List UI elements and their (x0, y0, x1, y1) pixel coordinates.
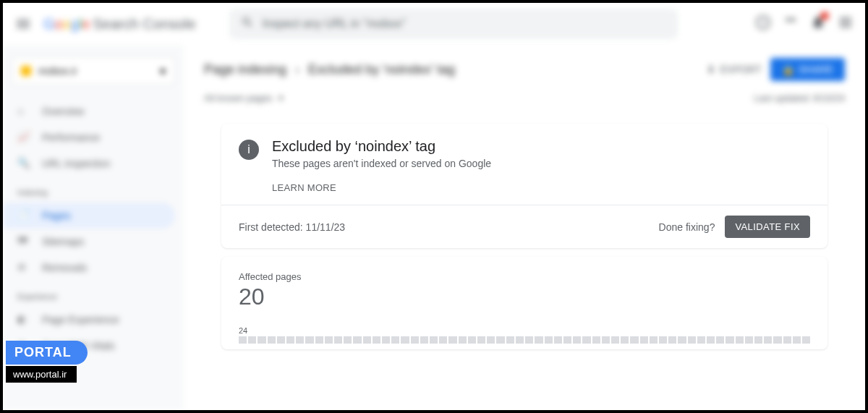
sidebar-item-pages[interactable]: 📄 Pages (3, 203, 175, 229)
sidebar-item-label: Page Experience (42, 314, 119, 325)
chart-bar (563, 336, 571, 344)
chart-bar (353, 336, 361, 344)
chart-bar (592, 336, 600, 344)
export-button[interactable]: ⬇ EXPORT (707, 64, 761, 75)
file-icon: 📄 (17, 209, 30, 222)
chart-bar (697, 336, 705, 344)
chart-bar (602, 336, 610, 344)
chart-bar (650, 336, 658, 344)
property-selector[interactable]: mobox.ir ▾ (12, 56, 175, 85)
watermark: PORTAL www.portal.ir (6, 341, 88, 383)
chart-bar (468, 336, 476, 344)
chart-bar (802, 336, 810, 344)
chart-bar (239, 336, 247, 344)
chart-bar (373, 336, 380, 344)
sidebar-item-overview[interactable]: ⌂ Overview (3, 98, 175, 124)
last-updated: Last updated: 8/10/24 (754, 93, 845, 103)
chart-bar (305, 336, 313, 344)
chart-bar (793, 336, 801, 344)
app-logo: Google Search Console (43, 16, 196, 33)
validate-fix-button[interactable]: VALIDATE FIX (725, 216, 810, 238)
sidebar-item-performance[interactable]: 📈 Performance (3, 124, 175, 150)
chart-y-tick: 24 (239, 326, 810, 335)
search-icon: 🔍 (17, 157, 30, 170)
help-icon[interactable]: ? (755, 14, 771, 33)
chart-bar (506, 336, 514, 344)
chart-bar (439, 336, 447, 344)
chart-bar (391, 336, 399, 344)
chart-bar (630, 336, 638, 344)
share-label: SHARE (799, 64, 833, 75)
chart-bar (516, 336, 524, 344)
chart-bar (277, 336, 285, 344)
sidebar-item-removals[interactable]: ⊘ Removals (3, 255, 175, 281)
chart-bar (659, 336, 667, 344)
chart-bar (668, 336, 676, 344)
search-input[interactable]: Inspect any URL in "mobox" (229, 9, 678, 39)
sidebar-item-label: Removals (42, 262, 87, 273)
chart-bar (707, 336, 715, 344)
chart-bar (611, 336, 619, 344)
chevron-down-icon: ▾ (278, 93, 284, 103)
chart-bar (736, 336, 744, 344)
chart-bar (726, 336, 733, 344)
chart-bar (582, 336, 590, 344)
sidebar-item-label: Pages (42, 210, 71, 221)
chart-bar (688, 336, 696, 344)
breadcrumb-parent[interactable]: Page indexing (204, 62, 286, 77)
chart-bar (477, 336, 485, 344)
chart-bar (525, 336, 533, 344)
chart-bar (754, 336, 762, 344)
chevron-down-icon: ▾ (160, 64, 166, 78)
info-icon: i (239, 140, 259, 160)
menu-icon[interactable] (14, 15, 32, 33)
sidebar-item-label: Overview (42, 106, 84, 117)
sidebar-section-indexing: Indexing (3, 182, 184, 203)
sidebar-item-label: URL inspection (42, 158, 110, 169)
chart-bar (315, 336, 323, 344)
chart-bar (268, 336, 276, 344)
watermark-url: www.portal.ir (6, 366, 77, 383)
property-name: mobox.ir (38, 65, 153, 77)
breadcrumb: Page indexing › Excluded by 'noindex' ta… (204, 62, 455, 77)
chart-bar (430, 336, 438, 344)
notifications-icon[interactable] (810, 14, 826, 33)
people-icon[interactable] (783, 14, 799, 33)
chart-bar (487, 336, 495, 344)
chart-bar (640, 336, 648, 344)
main-content: Page indexing › Excluded by 'noindex' ta… (184, 45, 865, 410)
chart-bar (459, 336, 467, 344)
chart-bar (382, 336, 390, 344)
sitemap-icon: 🗺 (17, 235, 30, 248)
issue-title: Excluded by ‘noindex’ tag (272, 138, 491, 155)
chart-bar (363, 336, 371, 344)
svg-text:?: ? (760, 17, 765, 28)
chevron-right-icon: › (295, 62, 299, 77)
watermark-badge: PORTAL (6, 341, 88, 365)
chart-bar (496, 336, 504, 344)
chart-bar (401, 336, 409, 344)
chart-bar (716, 336, 724, 344)
issue-card: i Excluded by ‘noindex’ tag These pages … (221, 124, 827, 248)
done-fixing-label: Done fixing? (659, 221, 715, 233)
sidebar-item-page-experience[interactable]: ◐ Page Experience (3, 307, 175, 333)
chart-bar (258, 336, 265, 344)
download-icon: ⬇ (707, 64, 715, 75)
apps-icon[interactable] (838, 14, 854, 33)
affected-label: Affected pages (239, 271, 810, 282)
chart-bar (678, 336, 686, 344)
chart-bar (411, 336, 419, 344)
chart-bar (621, 336, 629, 344)
lock-icon: 🔒 (782, 64, 794, 75)
chart-bar (248, 336, 256, 344)
affected-chart: 24 (239, 326, 810, 344)
block-icon: ⊘ (17, 261, 30, 274)
export-label: EXPORT (720, 64, 761, 75)
sidebar-item-url-inspection[interactable]: 🔍 URL inspection (3, 150, 175, 176)
learn-more-link[interactable]: LEARN MORE (272, 182, 491, 193)
first-detected: First detected: 11/11/23 (239, 221, 345, 233)
filter-chip[interactable]: All known pages ▾ (204, 93, 284, 103)
sidebar-item-sitemaps[interactable]: 🗺 Sitemaps (3, 229, 175, 255)
share-button[interactable]: 🔒 SHARE (770, 58, 845, 81)
chart-bar (296, 336, 304, 344)
